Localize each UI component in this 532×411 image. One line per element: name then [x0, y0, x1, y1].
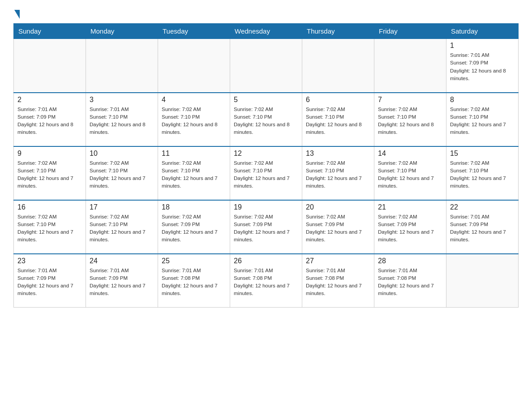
calendar-cell: 8Sunrise: 7:02 AMSunset: 7:10 PMDaylight… — [446, 93, 519, 146]
calendar-cell — [446, 254, 519, 308]
day-info: Sunrise: 7:01 AMSunset: 7:09 PMDaylight:… — [450, 51, 515, 82]
day-info: Sunrise: 7:01 AMSunset: 7:10 PMDaylight:… — [90, 106, 154, 137]
calendar-cell: 18Sunrise: 7:02 AMSunset: 7:09 PMDayligh… — [158, 200, 230, 254]
day-info: Sunrise: 7:02 AMSunset: 7:10 PMDaylight:… — [378, 106, 442, 137]
day-info: Sunrise: 7:02 AMSunset: 7:10 PMDaylight:… — [162, 106, 226, 137]
day-header-tuesday: Tuesday — [158, 24, 230, 39]
day-number: 7 — [378, 96, 442, 104]
day-number: 20 — [306, 203, 370, 211]
calendar-cell: 14Sunrise: 7:02 AMSunset: 7:10 PMDayligh… — [374, 146, 446, 200]
day-number: 11 — [162, 150, 226, 158]
day-info: Sunrise: 7:02 AMSunset: 7:09 PMDaylight:… — [306, 213, 370, 244]
day-number: 9 — [17, 150, 82, 158]
day-info: Sunrise: 7:02 AMSunset: 7:09 PMDaylight:… — [162, 213, 226, 244]
day-number: 16 — [17, 203, 82, 211]
day-info: Sunrise: 7:01 AMSunset: 7:08 PMDaylight:… — [234, 267, 298, 298]
calendar-cell: 6Sunrise: 7:02 AMSunset: 7:10 PMDaylight… — [302, 93, 374, 146]
day-number: 5 — [234, 96, 298, 104]
day-info: Sunrise: 7:02 AMSunset: 7:10 PMDaylight:… — [17, 159, 82, 190]
calendar-cell — [302, 39, 374, 93]
calendar-cell: 10Sunrise: 7:02 AMSunset: 7:10 PMDayligh… — [86, 146, 158, 200]
day-info: Sunrise: 7:02 AMSunset: 7:10 PMDaylight:… — [450, 106, 515, 137]
day-number: 13 — [306, 150, 370, 158]
day-info: Sunrise: 7:01 AMSunset: 7:08 PMDaylight:… — [306, 267, 370, 298]
page-header — [13, 9, 519, 19]
calendar-cell: 25Sunrise: 7:01 AMSunset: 7:08 PMDayligh… — [158, 254, 230, 308]
calendar-table: SundayMondayTuesdayWednesdayThursdayFrid… — [13, 23, 519, 308]
day-number: 17 — [90, 203, 154, 211]
day-number: 25 — [162, 257, 226, 265]
calendar-week-row: 2Sunrise: 7:01 AMSunset: 7:09 PMDaylight… — [14, 93, 519, 146]
calendar-cell: 24Sunrise: 7:01 AMSunset: 7:09 PMDayligh… — [86, 254, 158, 308]
day-info: Sunrise: 7:01 AMSunset: 7:09 PMDaylight:… — [90, 267, 154, 298]
day-info: Sunrise: 7:02 AMSunset: 7:10 PMDaylight:… — [90, 159, 154, 190]
day-number: 18 — [162, 203, 226, 211]
day-number: 2 — [17, 96, 82, 104]
calendar-cell: 27Sunrise: 7:01 AMSunset: 7:08 PMDayligh… — [302, 254, 374, 308]
calendar-header-row: SundayMondayTuesdayWednesdayThursdayFrid… — [14, 24, 519, 39]
day-number: 28 — [378, 257, 442, 265]
day-info: Sunrise: 7:02 AMSunset: 7:10 PMDaylight:… — [162, 159, 226, 190]
logo — [13, 9, 20, 19]
day-number: 6 — [306, 96, 370, 104]
calendar-cell: 20Sunrise: 7:02 AMSunset: 7:09 PMDayligh… — [302, 200, 374, 254]
day-info: Sunrise: 7:02 AMSunset: 7:10 PMDaylight:… — [17, 213, 82, 244]
calendar-cell: 19Sunrise: 7:02 AMSunset: 7:09 PMDayligh… — [230, 200, 302, 254]
day-info: Sunrise: 7:01 AMSunset: 7:09 PMDaylight:… — [450, 213, 515, 244]
calendar-cell — [14, 39, 86, 93]
day-info: Sunrise: 7:01 AMSunset: 7:09 PMDaylight:… — [17, 267, 82, 298]
calendar-cell: 1Sunrise: 7:01 AMSunset: 7:09 PMDaylight… — [446, 39, 519, 93]
day-number: 22 — [450, 203, 515, 211]
calendar-cell: 5Sunrise: 7:02 AMSunset: 7:10 PMDaylight… — [230, 93, 302, 146]
calendar-cell: 15Sunrise: 7:02 AMSunset: 7:10 PMDayligh… — [446, 146, 519, 200]
day-header-saturday: Saturday — [446, 24, 519, 39]
day-info: Sunrise: 7:02 AMSunset: 7:10 PMDaylight:… — [234, 106, 298, 137]
calendar-week-row: 23Sunrise: 7:01 AMSunset: 7:09 PMDayligh… — [14, 254, 519, 308]
calendar-cell: 12Sunrise: 7:02 AMSunset: 7:10 PMDayligh… — [230, 146, 302, 200]
calendar-cell: 21Sunrise: 7:02 AMSunset: 7:09 PMDayligh… — [374, 200, 446, 254]
calendar-week-row: 9Sunrise: 7:02 AMSunset: 7:10 PMDaylight… — [14, 146, 519, 200]
day-number: 12 — [234, 150, 298, 158]
day-number: 14 — [378, 150, 442, 158]
calendar-cell: 4Sunrise: 7:02 AMSunset: 7:10 PMDaylight… — [158, 93, 230, 146]
calendar-cell: 3Sunrise: 7:01 AMSunset: 7:10 PMDaylight… — [86, 93, 158, 146]
day-number: 21 — [378, 203, 442, 211]
day-number: 24 — [90, 257, 154, 265]
day-info: Sunrise: 7:02 AMSunset: 7:10 PMDaylight:… — [234, 159, 298, 190]
day-header-thursday: Thursday — [302, 24, 374, 39]
logo-arrow-icon — [14, 10, 20, 19]
day-number: 27 — [306, 257, 370, 265]
day-info: Sunrise: 7:02 AMSunset: 7:10 PMDaylight:… — [450, 159, 515, 190]
calendar-cell: 13Sunrise: 7:02 AMSunset: 7:10 PMDayligh… — [302, 146, 374, 200]
day-header-monday: Monday — [86, 24, 158, 39]
day-number: 4 — [162, 96, 226, 104]
day-header-sunday: Sunday — [14, 24, 86, 39]
day-number: 8 — [450, 96, 515, 104]
calendar-cell: 2Sunrise: 7:01 AMSunset: 7:09 PMDaylight… — [14, 93, 86, 146]
calendar-week-row: 16Sunrise: 7:02 AMSunset: 7:10 PMDayligh… — [14, 200, 519, 254]
day-info: Sunrise: 7:02 AMSunset: 7:09 PMDaylight:… — [378, 213, 442, 244]
day-info: Sunrise: 7:02 AMSunset: 7:10 PMDaylight:… — [378, 159, 442, 190]
day-number: 1 — [450, 42, 515, 50]
day-info: Sunrise: 7:02 AMSunset: 7:10 PMDaylight:… — [306, 106, 370, 137]
calendar-cell: 7Sunrise: 7:02 AMSunset: 7:10 PMDaylight… — [374, 93, 446, 146]
calendar-cell: 9Sunrise: 7:02 AMSunset: 7:10 PMDaylight… — [14, 146, 86, 200]
calendar-cell: 16Sunrise: 7:02 AMSunset: 7:10 PMDayligh… — [14, 200, 86, 254]
calendar-cell — [374, 39, 446, 93]
day-number: 3 — [90, 96, 154, 104]
day-number: 19 — [234, 203, 298, 211]
day-info: Sunrise: 7:01 AMSunset: 7:08 PMDaylight:… — [162, 267, 226, 298]
calendar-cell — [86, 39, 158, 93]
day-number: 15 — [450, 150, 515, 158]
day-number: 26 — [234, 257, 298, 265]
day-info: Sunrise: 7:01 AMSunset: 7:08 PMDaylight:… — [378, 267, 442, 298]
calendar-cell: 17Sunrise: 7:02 AMSunset: 7:10 PMDayligh… — [86, 200, 158, 254]
day-header-wednesday: Wednesday — [230, 24, 302, 39]
day-info: Sunrise: 7:02 AMSunset: 7:09 PMDaylight:… — [234, 213, 298, 244]
calendar-cell: 28Sunrise: 7:01 AMSunset: 7:08 PMDayligh… — [374, 254, 446, 308]
calendar-cell: 22Sunrise: 7:01 AMSunset: 7:09 PMDayligh… — [446, 200, 519, 254]
calendar-week-row: 1Sunrise: 7:01 AMSunset: 7:09 PMDaylight… — [14, 39, 519, 93]
calendar-cell: 11Sunrise: 7:02 AMSunset: 7:10 PMDayligh… — [158, 146, 230, 200]
day-number: 10 — [90, 150, 154, 158]
calendar-cell — [230, 39, 302, 93]
